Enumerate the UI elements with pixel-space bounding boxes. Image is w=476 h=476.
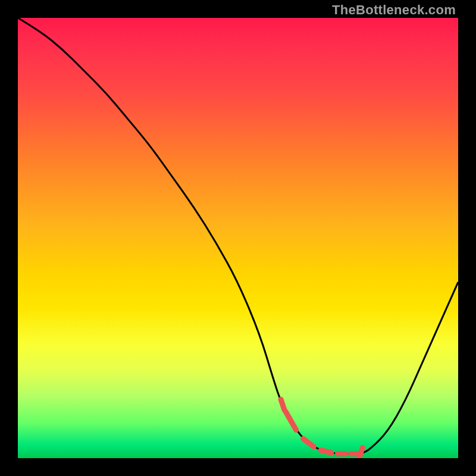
chart-svg — [18, 18, 458, 458]
bottleneck-curve-path — [18, 18, 458, 454]
chart-frame — [18, 18, 458, 458]
attribution-text: TheBottleneck.com — [332, 2, 456, 18]
highlight-segment — [281, 399, 362, 458]
